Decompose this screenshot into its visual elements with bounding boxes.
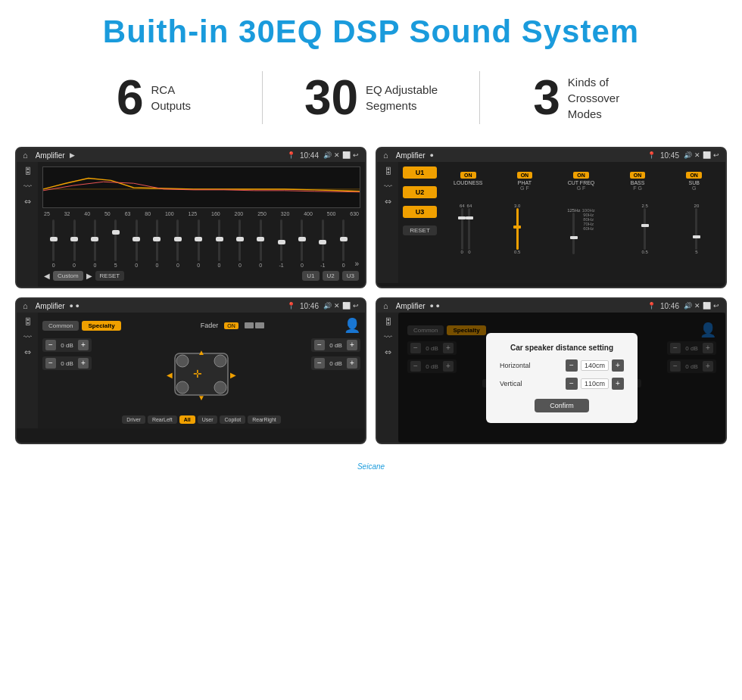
home-icon-3[interactable]: ⌂ [23,301,28,310]
loudness-sliders: 64 0 64 0 [441,204,490,254]
vol-icon-4[interactable]: 🔊 [684,302,692,310]
sub-ctrl: ON SUB G [667,166,721,191]
close-icon-4[interactable]: ✕ [694,302,700,310]
window-icon-3[interactable]: ⬜ [342,302,351,310]
vertical-label: Vertical [500,380,522,387]
svg-text:▶: ▶ [230,371,236,379]
dot-icon-2: ● [430,151,434,159]
horizontal-minus-btn[interactable]: − [566,359,578,372]
more-icon[interactable]: » [354,260,359,268]
wave-icon-2[interactable]: 〰 [384,182,392,191]
slider-col-6: 0 [148,219,167,268]
u3-btn[interactable]: U3 [403,206,437,218]
driver-btn[interactable]: Driver [122,415,145,424]
loudness-on[interactable]: ON [460,172,476,179]
copilot-btn[interactable]: Copilot [220,415,245,424]
bass-on[interactable]: ON [630,172,646,179]
db-minus-bl[interactable]: − [45,358,56,369]
back-icon-4[interactable]: ↩ [713,302,719,310]
all-btn[interactable]: All [179,415,195,424]
db-val-bl: 0 dB [58,360,76,367]
vertical-plus-btn[interactable]: + [612,378,624,390]
arrows-icon-3[interactable]: ⇔ [24,347,31,357]
common-tab[interactable]: Common [42,321,79,331]
preset-u3-btn[interactable]: U3 [342,271,359,281]
u1-btn[interactable]: U1 [403,166,437,179]
confirm-button[interactable]: Confirm [535,399,589,412]
wave-icon-4[interactable]: 〰 [384,332,392,341]
svg-text:▼: ▼ [198,394,205,402]
screen1-time: 10:44 [300,151,319,160]
back-icon-3[interactable]: ↩ [353,302,359,310]
eq-icon-2[interactable]: 🎛 [384,166,392,176]
vol-icon-1[interactable]: 🔊 [323,151,332,159]
wave-icon-1[interactable]: 〰 [23,182,32,191]
db-plus-bl[interactable]: + [78,358,89,369]
db-plus-br[interactable]: + [347,358,357,369]
fader-left: − 0 dB + − 0 dB + [42,338,92,424]
vol-icon-3[interactable]: 🔊 [323,302,332,310]
svg-point-5 [214,381,226,394]
svg-point-4 [176,381,189,394]
db-minus-br[interactable]: − [314,358,325,369]
home-icon-1[interactable]: ⌂ [23,151,28,160]
next-btn[interactable]: ▶ [86,272,92,280]
arrows-icon-2[interactable]: ⇔ [385,197,391,207]
fader-on-badge[interactable]: ON [224,322,238,329]
dot-icon-4: ● ● [430,302,440,310]
window-icon-2[interactable]: ⬜ [703,151,711,159]
screen-fader: ⌂ Amplifier ● ● 📍 10:46 🔊 ✕ ⬜ ↩ 🎛 〰 ⇔ [15,297,366,444]
db-minus-tr[interactable]: − [314,340,325,350]
arrows-icon-4[interactable]: ⇔ [385,347,391,357]
close-icon-3[interactable]: ✕ [334,302,340,310]
play-icon-1[interactable]: ▶ [70,151,75,159]
status-icons-2: 🔊 ✕ ⬜ ↩ [684,151,719,159]
reset-btn-1[interactable]: RESET [95,271,125,281]
amp-screen: U1 U2 U3 RESET ON LOUDNESS [398,162,725,283]
home-icon-2[interactable]: ⌂ [383,151,388,160]
screen1-wrapper: 🎛 〰 ⇔ 253240 506380 [17,162,365,287]
db-plus-tr[interactable]: + [347,340,357,350]
db-plus-tl[interactable]: + [78,340,89,350]
prev-btn[interactable]: ◀ [44,272,50,280]
user-icon-3[interactable]: 👤 [344,317,360,334]
back-icon-1[interactable]: ↩ [353,151,359,159]
sub-on[interactable]: ON [686,172,702,179]
rearright-btn[interactable]: RearRight [248,415,281,424]
horizontal-plus-btn[interactable]: + [612,359,624,372]
preset-u2-btn[interactable]: U2 [323,271,339,281]
home-icon-4[interactable]: ⌂ [383,301,388,310]
eq-icon-1[interactable]: 🎛 [23,166,32,176]
dialog-title: Car speaker distance setting [500,344,624,352]
eq-icon-4[interactable]: 🎛 [384,317,392,326]
eq-icon-3[interactable]: 🎛 [23,317,32,326]
stat-crossover: 3 Kinds ofCrossover Modes [480,73,697,122]
side-icons-3: 🎛 〰 ⇔ [17,313,38,428]
screen4-wrapper: 🎛 〰 ⇔ Common Specialty 👤 [377,313,725,443]
wave-icon-3[interactable]: 〰 [23,332,32,341]
fader-content: − 0 dB + − 0 dB + [42,338,360,424]
reset-btn-2[interactable]: RESET [403,226,437,235]
vol-icon-2[interactable]: 🔊 [684,151,692,159]
arrows-icon-1[interactable]: ⇔ [24,197,31,207]
phat-on[interactable]: ON [517,172,533,179]
window-icon-4[interactable]: ⬜ [703,302,711,310]
amp-on-row: ON LOUDNESS ON PHAT G F ON CUT FREQ [441,166,721,191]
vertical-minus-btn[interactable]: − [566,378,578,390]
u2-btn[interactable]: U2 [403,186,437,198]
slider-col-3: 0 [86,219,104,268]
db-minus-tl[interactable]: − [45,340,56,350]
screen1-content: 253240 506380 100125160 200250320 400500… [38,162,365,287]
rearleft-btn[interactable]: RearLeft [148,415,177,424]
close-icon-2[interactable]: ✕ [694,151,700,159]
user-btn[interactable]: User [198,415,218,424]
window-icon-1[interactable]: ⬜ [342,151,351,159]
back-icon-2[interactable]: ↩ [713,151,719,159]
preset-u1-btn[interactable]: U1 [302,271,319,281]
cutfreq-on[interactable]: ON [573,172,589,179]
screen-eq: ⌂ Amplifier ▶ 📍 10:44 🔊 ✕ ⬜ ↩ 🎛 〰 ⇔ [15,147,366,288]
close-icon-1[interactable]: ✕ [334,151,340,159]
page-title: Buith-in 30EQ DSP Sound System [15,14,727,50]
specialty-tab[interactable]: Specialty [82,321,120,331]
preset-custom-btn[interactable]: Custom [53,271,83,281]
